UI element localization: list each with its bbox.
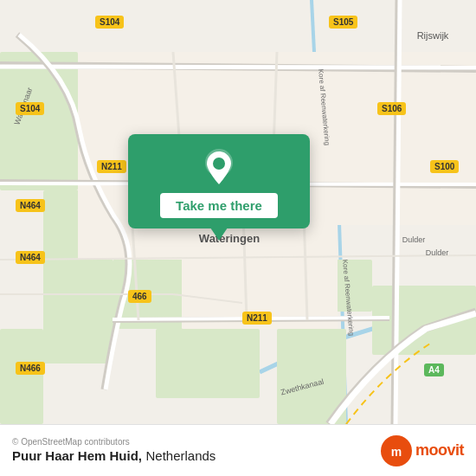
road-label-s104-left: S104 [16, 102, 44, 115]
road-label-s106: S106 [377, 102, 406, 115]
svg-text:Dulder: Dulder [402, 235, 426, 244]
footer-location: © OpenStreetMap contributors Puur Haar H… [12, 437, 215, 464]
moovit-text: moovit [415, 441, 464, 460]
moovit-logo: m moovit [381, 435, 464, 466]
location-name: Puur Haar Hem Huid, [12, 448, 142, 463]
road-label-n466: N466 [16, 362, 45, 375]
footer-bar: © OpenStreetMap contributors Puur Haar H… [0, 424, 476, 476]
svg-text:Rijswijk: Rijswijk [417, 30, 449, 41]
footer-location-text: Puur Haar Hem Huid, Netherlands [12, 448, 215, 464]
location-pin-icon [200, 148, 238, 186]
svg-point-22 [213, 158, 225, 170]
svg-text:Dulder: Dulder [426, 248, 449, 257]
road-label-466: 466 [128, 290, 151, 303]
svg-rect-6 [156, 329, 260, 398]
road-label-s100: S100 [430, 160, 459, 173]
location-country: Netherlands [145, 448, 215, 463]
road-label-s105: S105 [329, 16, 357, 29]
svg-rect-1 [0, 52, 78, 190]
moovit-icon: m [381, 435, 412, 466]
svg-text:Wateringen: Wateringen [199, 232, 260, 245]
road-label-s104-top: S104 [95, 16, 124, 29]
road-label-n464-bot: N464 [16, 251, 45, 264]
location-popup[interactable]: Take me there [128, 134, 310, 228]
road-label-n211-bot: N211 [242, 312, 272, 325]
take-me-there-button[interactable]: Take me there [160, 193, 278, 218]
svg-text:m: m [391, 445, 402, 459]
copyright-text: © OpenStreetMap contributors [12, 437, 215, 447]
road-label-n211-left: N211 [97, 160, 126, 173]
road-label-n464-top: N464 [16, 199, 45, 212]
svg-rect-7 [0, 329, 43, 424]
road-label-a4: A4 [424, 363, 444, 376]
map-container: Wateringen Rijswijk Dulder Dulder Wassen… [0, 0, 476, 424]
